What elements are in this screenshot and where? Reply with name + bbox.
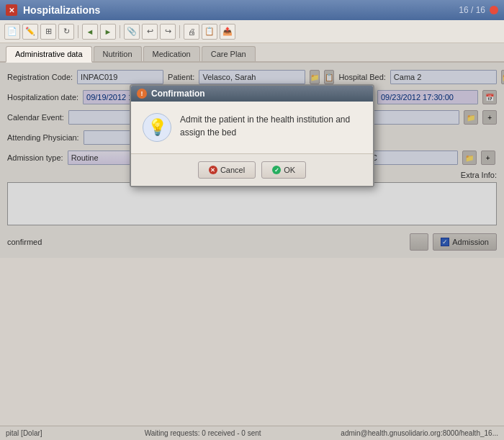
confirmation-dialog: ! Confirmation 💡 Admit the patient in th…: [130, 84, 374, 187]
refresh-button[interactable]: ↻: [58, 24, 74, 40]
app-icon: ✕: [6, 4, 17, 16]
dialog-overlay: ! Confirmation 💡 Admit the patient in th…: [0, 63, 504, 258]
tabs-row: Administrative data Nutrition Medication…: [0, 43, 504, 63]
dialog-title-bar: ! Confirmation: [131, 86, 373, 102]
tab-nutrition[interactable]: Nutrition: [94, 46, 142, 61]
main-content: Registration Code: Patient: 📁 📋 Hospital…: [0, 63, 504, 258]
dialog-message: Admit the patient in the health institut…: [180, 113, 361, 139]
separator-1: [78, 25, 78, 38]
print2-button[interactable]: 📋: [202, 24, 217, 40]
ok-icon: ✓: [272, 166, 281, 174]
print1-button[interactable]: 🖨: [184, 24, 199, 40]
dialog-title: Confirmation: [151, 89, 205, 99]
new-button[interactable]: 📄: [4, 24, 20, 40]
tab-administrative[interactable]: Administrative data: [6, 46, 92, 63]
cancel-icon: ✕: [209, 166, 217, 174]
status-right: admin@health.gnusolidario.org:8000/healt…: [301, 429, 498, 437]
redo-button[interactable]: ↪: [160, 24, 176, 40]
window-title: Hospitalizations: [23, 4, 459, 16]
tab-care-plan[interactable]: Care Plan: [202, 46, 256, 61]
separator-3: [179, 25, 180, 38]
layout-button[interactable]: ⊞: [40, 24, 56, 40]
title-bar: ✕ Hospitalizations 16 / 16: [0, 0, 504, 20]
edit-button[interactable]: ✏️: [22, 24, 38, 40]
dialog-footer: ✕ Cancel ✓ OK: [131, 153, 373, 186]
ok-button[interactable]: ✓ OK: [261, 161, 306, 179]
dialog-title-icon: !: [137, 89, 147, 99]
prev-button[interactable]: ◄: [82, 24, 98, 40]
cancel-button[interactable]: ✕ Cancel: [198, 161, 256, 179]
record-count: 16 / 16: [459, 5, 485, 15]
separator-2: [120, 25, 120, 38]
next-button[interactable]: ►: [100, 24, 116, 40]
attach-button[interactable]: 📎: [124, 24, 140, 40]
undo-button[interactable]: ↩: [142, 24, 158, 40]
close-button[interactable]: [490, 6, 498, 14]
bulb-icon: 💡: [143, 113, 171, 142]
toolbar: 📄 ✏️ ⊞ ↻ ◄ ► 📎 ↩ ↪ 🖨 📋 📤: [0, 20, 504, 43]
dialog-body: 💡 Admit the patient in the health instit…: [131, 102, 373, 153]
status-center: Waiting requests: 0 received - 0 sent: [104, 429, 302, 437]
status-bar: pital [Dolar] Waiting requests: 0 receiv…: [0, 426, 504, 440]
export-button[interactable]: 📤: [220, 24, 235, 40]
tab-medication[interactable]: Medication: [143, 46, 200, 61]
status-left: pital [Dolar]: [6, 429, 104, 437]
